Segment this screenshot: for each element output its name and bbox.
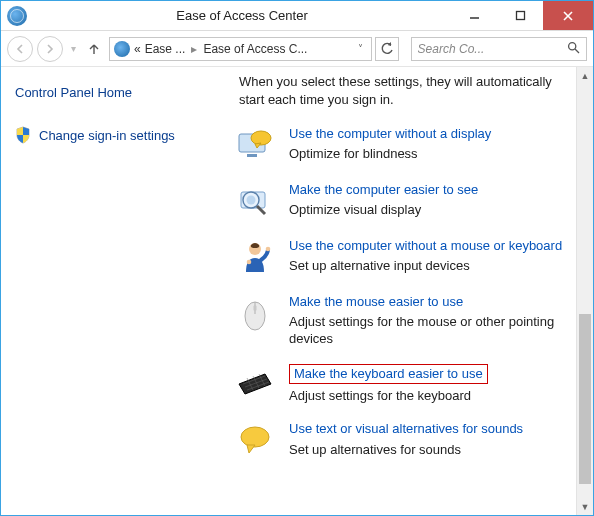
address-bar[interactable]: « Ease ... ▸ Ease of Access C... ˅ — [109, 37, 372, 61]
svg-point-4 — [569, 42, 576, 49]
option-desc: Adjust settings for the keyboard — [289, 388, 568, 405]
option-row: Make the mouse easier to use Adjust sett… — [235, 294, 568, 348]
breadcrumb-prefix: « — [134, 42, 141, 56]
breadcrumb-2[interactable]: Ease of Access C... — [203, 42, 307, 56]
minimize-button[interactable] — [451, 1, 497, 30]
magnifier-icon — [235, 182, 275, 222]
left-pane: Control Panel Home Change sign-in settin… — [1, 67, 231, 515]
search-placeholder: Search Co... — [418, 42, 567, 56]
forward-button[interactable] — [37, 36, 63, 62]
breadcrumb-1[interactable]: Ease ... — [145, 42, 186, 56]
person-icon — [235, 238, 275, 278]
chevron-right-icon[interactable]: ▸ — [189, 42, 199, 56]
app-icon[interactable] — [7, 6, 27, 26]
option-row: Use text or visual alternatives for soun… — [235, 421, 568, 461]
refresh-button[interactable] — [375, 37, 399, 61]
minimize-icon — [469, 10, 480, 21]
option-link[interactable]: Use the computer without a mouse or keyb… — [289, 238, 568, 254]
right-pane: When you select these settings, they wil… — [231, 67, 593, 515]
titlebar[interactable]: Ease of Access Center — [1, 1, 593, 31]
svg-point-11 — [247, 196, 256, 205]
svg-line-5 — [575, 49, 579, 53]
arrow-up-icon — [87, 42, 101, 56]
svg-point-25 — [241, 427, 269, 447]
window-title: Ease of Access Center — [33, 8, 451, 23]
option-desc: Optimize visual display — [289, 202, 568, 219]
navbar: ▾ « Ease ... ▸ Ease of Access C... ˅ Sea… — [1, 31, 593, 67]
back-button[interactable] — [7, 36, 33, 62]
option-row: Use the computer without a display Optim… — [235, 126, 568, 166]
refresh-icon — [380, 42, 394, 56]
keyboard-icon — [235, 364, 275, 404]
arrow-right-icon — [44, 43, 56, 55]
close-button[interactable] — [543, 1, 593, 30]
scroll-down-button[interactable]: ▼ — [577, 498, 593, 515]
option-link[interactable]: Make the computer easier to see — [289, 182, 568, 198]
svg-point-14 — [247, 260, 252, 265]
svg-rect-1 — [516, 12, 524, 20]
svg-rect-18 — [254, 305, 257, 311]
option-desc: Set up alternative input devices — [289, 258, 568, 275]
option-desc: Adjust settings for the mouse or other p… — [289, 314, 568, 348]
window-frame: Ease of Access Center ▾ « Ease ... — [0, 0, 594, 516]
maximize-icon — [515, 10, 526, 21]
scroll-up-button[interactable]: ▲ — [577, 67, 593, 84]
search-input[interactable]: Search Co... — [411, 37, 587, 61]
body: Control Panel Home Change sign-in settin… — [1, 67, 593, 515]
option-link[interactable]: Use the computer without a display — [289, 126, 568, 142]
scrollbar-thumb[interactable] — [579, 314, 591, 484]
display-bubble-icon — [235, 126, 275, 166]
option-row: Use the computer without a mouse or keyb… — [235, 238, 568, 278]
scrollbar[interactable]: ▲ ▼ — [576, 67, 593, 515]
search-icon[interactable] — [567, 41, 580, 57]
svg-rect-7 — [247, 154, 257, 157]
option-link-highlighted[interactable]: Make the keyboard easier to use — [289, 364, 488, 384]
sound-bubble-icon — [235, 421, 275, 461]
arrow-left-icon — [14, 43, 26, 55]
option-desc: Optimize for blindness — [289, 146, 568, 163]
close-icon — [562, 10, 574, 22]
scrollbar-track[interactable] — [577, 84, 593, 498]
control-panel-home-link[interactable]: Control Panel Home — [15, 85, 217, 100]
content-area: When you select these settings, they wil… — [231, 67, 576, 515]
window-buttons — [451, 1, 593, 30]
change-signin-link[interactable]: Change sign-in settings — [15, 126, 217, 144]
shield-icon — [15, 126, 31, 144]
svg-point-15 — [266, 247, 271, 252]
option-row: Make the keyboard easier to use Adjust s… — [235, 364, 568, 405]
option-row: Make the computer easier to see Optimize… — [235, 182, 568, 222]
up-button[interactable] — [83, 38, 105, 60]
change-signin-label: Change sign-in settings — [39, 128, 175, 143]
mouse-icon — [235, 294, 275, 334]
address-dropdown[interactable]: ˅ — [354, 43, 367, 54]
history-dropdown[interactable]: ▾ — [67, 43, 79, 54]
location-icon — [114, 41, 130, 57]
maximize-button[interactable] — [497, 1, 543, 30]
option-desc: Set up alternatives for sounds — [289, 442, 568, 459]
intro-text: When you select these settings, they wil… — [239, 73, 558, 108]
option-link[interactable]: Make the mouse easier to use — [289, 294, 568, 310]
option-link[interactable]: Use text or visual alternatives for soun… — [289, 421, 568, 437]
